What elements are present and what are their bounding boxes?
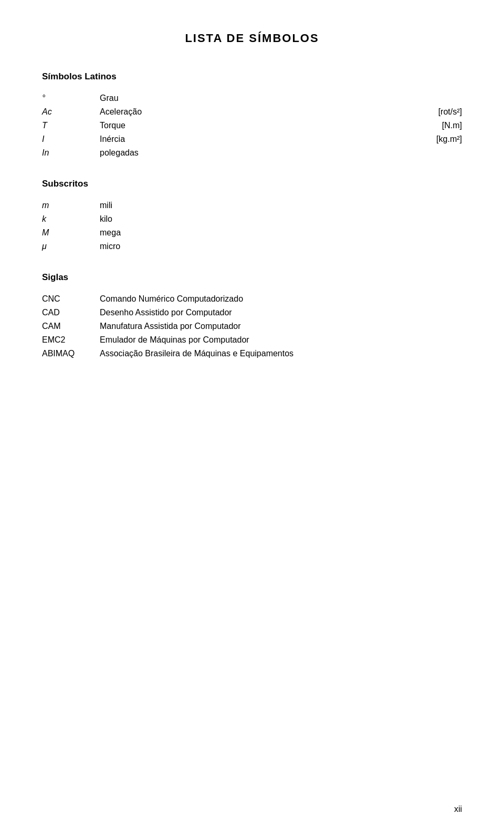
desc-m: mili — [100, 199, 462, 212]
section-latinos-heading: Símbolos Latinos — [42, 71, 462, 82]
section-subscritos: Subscritos m mili k kilo M mega μ micro — [42, 179, 462, 253]
section-latinos: Símbolos Latinos ° Grau Ac Aceleração [r… — [42, 71, 462, 160]
desc-in: polegadas — [100, 146, 368, 160]
sigla-abimaq: ABIMAQ — [42, 347, 100, 360]
page-title: LISTA DE SÍMBOLOS — [42, 32, 462, 45]
sigla-cad: CAD — [42, 306, 100, 319]
table-row: ° Grau — [42, 91, 462, 105]
desc-t: Torque — [100, 119, 368, 132]
desc-M: mega — [100, 226, 462, 240]
symbol-i: I — [42, 132, 100, 146]
sigla-cam-desc: Manufatura Assistida por Computador — [100, 319, 462, 333]
page: LISTA DE SÍMBOLOS Símbolos Latinos ° Gra… — [0, 0, 504, 835]
symbol-M: M — [42, 226, 100, 240]
latinos-table: ° Grau Ac Aceleração [rot/s²] T Torque [… — [42, 91, 462, 160]
sigla-cad-desc: Desenho Assistido por Computador — [100, 306, 462, 319]
unit-t: [N.m] — [368, 119, 462, 132]
symbol-t: T — [42, 119, 100, 132]
sigla-cnc: CNC — [42, 292, 100, 306]
symbol-k: k — [42, 212, 100, 226]
page-number: xii — [454, 805, 462, 814]
table-row: CNC Comando Numérico Computadorizado — [42, 292, 462, 306]
table-row: M mega — [42, 226, 462, 240]
desc-ac: Aceleração — [100, 105, 368, 119]
table-row: CAM Manufatura Assistida por Computador — [42, 319, 462, 333]
table-row: In polegadas — [42, 146, 462, 160]
desc-i: Inércia — [100, 132, 368, 146]
desc-mu: micro — [100, 240, 462, 253]
table-row: T Torque [N.m] — [42, 119, 462, 132]
unit-i: [kg.m²] — [368, 132, 462, 146]
sigla-emc2-desc: Emulador de Máquinas por Computador — [100, 333, 462, 347]
section-siglas: Siglas CNC Comando Numérico Computadoriz… — [42, 272, 462, 360]
table-row: Ac Aceleração [rot/s²] — [42, 105, 462, 119]
sigla-cam: CAM — [42, 319, 100, 333]
table-row: μ micro — [42, 240, 462, 253]
table-row: k kilo — [42, 212, 462, 226]
unit-degree — [368, 91, 462, 105]
section-subscritos-heading: Subscritos — [42, 179, 462, 189]
symbol-m: m — [42, 199, 100, 212]
unit-ac: [rot/s²] — [368, 105, 462, 119]
symbol-mu: μ — [42, 240, 100, 253]
desc-degree: Grau — [100, 91, 368, 105]
sigla-emc2: EMC2 — [42, 333, 100, 347]
table-row: m mili — [42, 199, 462, 212]
table-row: ABIMAQ Associação Brasileira de Máquinas… — [42, 347, 462, 360]
table-row: I Inércia [kg.m²] — [42, 132, 462, 146]
table-row: CAD Desenho Assistido por Computador — [42, 306, 462, 319]
unit-in — [368, 146, 462, 160]
sigla-cnc-desc: Comando Numérico Computadorizado — [100, 292, 462, 306]
table-row: EMC2 Emulador de Máquinas por Computador — [42, 333, 462, 347]
symbol-degree: ° — [42, 91, 100, 105]
symbol-in: In — [42, 146, 100, 160]
siglas-table: CNC Comando Numérico Computadorizado CAD… — [42, 292, 462, 360]
section-siglas-heading: Siglas — [42, 272, 462, 283]
symbol-ac: Ac — [42, 105, 100, 119]
desc-k: kilo — [100, 212, 462, 226]
sigla-abimaq-desc: Associação Brasileira de Máquinas e Equi… — [100, 347, 462, 360]
subscritos-table: m mili k kilo M mega μ micro — [42, 199, 462, 253]
